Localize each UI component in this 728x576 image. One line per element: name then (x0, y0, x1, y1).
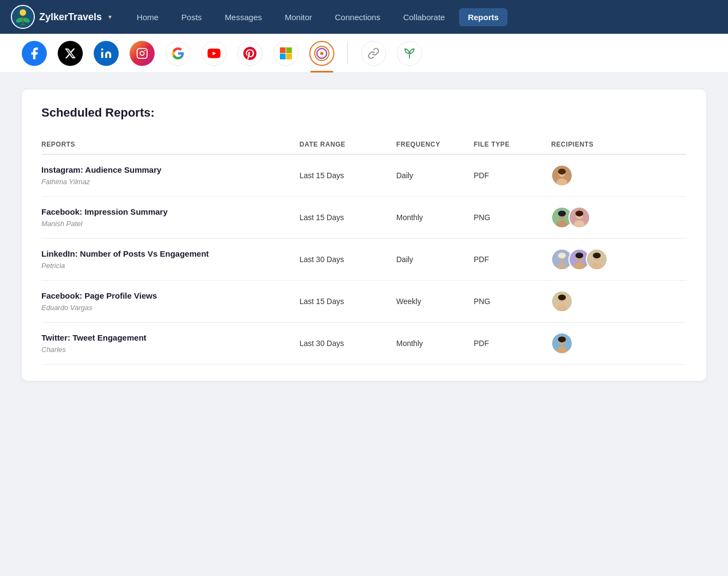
report-recipients (551, 154, 687, 197)
report-creator: Petricia (41, 262, 65, 270)
table-row: Facebook: Page Profile ViewsEduardo Varg… (41, 281, 687, 323)
nav-collaborate[interactable]: Collaborate (394, 8, 454, 26)
svg-point-5 (21, 24, 25, 26)
avatar (568, 207, 590, 228)
report-file-type: PDF (474, 323, 551, 365)
social-linkedin-icon[interactable] (94, 41, 119, 66)
svg-point-33 (558, 252, 566, 258)
col-header-recipients: RECIPIENTS (551, 135, 687, 154)
col-header-reports: REPORTS (41, 135, 299, 154)
svg-point-29 (576, 210, 583, 216)
svg-point-37 (576, 252, 583, 258)
report-date-range: Last 30 Days (299, 323, 396, 365)
avatar (586, 248, 608, 270)
col-header-frequency: FREQUENCY (396, 135, 474, 154)
report-date-range: Last 15 Days (299, 154, 396, 197)
link-icon[interactable] (361, 41, 386, 66)
report-name-cell: Facebook: Page Profile ViewsEduardo Varg… (41, 281, 299, 323)
report-creator: Charles (41, 345, 66, 354)
nav-home[interactable]: Home (128, 8, 167, 26)
report-date-range: Last 15 Days (299, 197, 396, 239)
svg-point-36 (574, 262, 585, 270)
svg-point-21 (558, 168, 566, 174)
svg-point-28 (574, 220, 585, 228)
table-row: Facebook: Impression SummaryManish Patel… (41, 197, 687, 239)
nav-monitor[interactable]: Monitor (276, 8, 321, 26)
svg-rect-12 (286, 47, 292, 53)
report-creator: Manish Patel (41, 220, 82, 228)
report-title: LinkedIn: Number of Posts Vs Engagement (41, 249, 299, 258)
avatar (551, 290, 573, 312)
col-header-file-type: FILE TYPE (474, 135, 551, 154)
report-recipients (551, 197, 687, 239)
reports-table: REPORTS DATE RANGE FREQUENCY FILE TYPE R… (41, 135, 687, 365)
nav-reports[interactable]: Reports (459, 8, 507, 26)
report-creator: Fathima Yilmaz (41, 178, 90, 186)
report-frequency: Weekly (396, 281, 474, 323)
report-file-type: PNG (474, 281, 551, 323)
report-recipients (551, 239, 687, 281)
svg-point-49 (558, 336, 566, 342)
brand[interactable]: ZylkerTravels ▾ (11, 5, 112, 29)
svg-point-44 (556, 304, 567, 312)
social-google-icon[interactable] (166, 41, 191, 66)
svg-rect-4 (22, 17, 23, 23)
svg-point-20 (556, 178, 567, 186)
report-name-cell: Facebook: Impression SummaryManish Patel (41, 197, 299, 239)
report-recipients (551, 323, 687, 365)
svg-point-17 (320, 52, 323, 55)
report-frequency: Monthly (396, 323, 474, 365)
report-file-type: PDF (474, 154, 551, 197)
brand-dropdown-arrow[interactable]: ▾ (108, 13, 112, 21)
page-title: Scheduled Reports: (41, 106, 687, 120)
brand-logo (11, 5, 35, 29)
social-twitter-icon[interactable] (58, 41, 83, 66)
report-creator: Eduardo Vargas (41, 304, 92, 312)
col-header-date-range: DATE RANGE (299, 135, 396, 154)
social-facebook-icon[interactable] (22, 41, 47, 66)
table-row: Instagram: Audience SummaryFathima Yilma… (41, 154, 687, 197)
svg-point-9 (144, 50, 145, 51)
svg-point-25 (558, 210, 566, 216)
table-row: Twitter: Tweet EngagementCharlesLast 30 … (41, 323, 687, 365)
svg-point-32 (556, 262, 567, 270)
nav-messages[interactable]: Messages (216, 8, 271, 26)
report-frequency: Daily (396, 154, 474, 197)
social-microsoft-icon[interactable] (273, 41, 298, 66)
svg-point-1 (20, 9, 26, 16)
svg-point-45 (558, 294, 566, 300)
avatar (551, 332, 573, 354)
report-frequency: Daily (396, 239, 474, 281)
report-title: Twitter: Tweet Engagement (41, 333, 299, 342)
social-bar (0, 34, 728, 73)
nav-links: Home Posts Messages Monitor Connections … (128, 8, 717, 26)
leaf-icon[interactable] (397, 41, 422, 66)
social-instagram-icon[interactable] (130, 41, 155, 66)
nav-connections[interactable]: Connections (326, 8, 389, 26)
svg-point-41 (593, 252, 601, 258)
svg-rect-11 (280, 47, 286, 53)
svg-point-40 (591, 262, 602, 270)
main-content: Scheduled Reports: REPORTS DATE RANGE FR… (0, 73, 728, 397)
social-pinterest-icon[interactable] (237, 41, 262, 66)
svg-rect-13 (280, 53, 286, 59)
report-name-cell: LinkedIn: Number of Posts Vs EngagementP… (41, 239, 299, 281)
report-name-cell: Instagram: Audience SummaryFathima Yilma… (41, 154, 299, 197)
svg-point-8 (140, 51, 144, 55)
report-title: Facebook: Page Profile Views (41, 291, 299, 300)
social-divider (347, 43, 348, 64)
report-recipients (551, 281, 687, 323)
report-title: Facebook: Impression Summary (41, 207, 299, 216)
social-zoho-icon[interactable] (309, 41, 334, 66)
report-title: Instagram: Audience Summary (41, 165, 299, 174)
report-name-cell: Twitter: Tweet EngagementCharles (41, 323, 299, 365)
report-date-range: Last 15 Days (299, 281, 396, 323)
social-youtube-icon[interactable] (201, 41, 227, 66)
svg-point-48 (556, 346, 567, 354)
reports-card: Scheduled Reports: REPORTS DATE RANGE FR… (22, 89, 706, 381)
report-file-type: PNG (474, 197, 551, 239)
avatar (551, 165, 573, 186)
nav-posts[interactable]: Posts (173, 8, 211, 26)
svg-rect-14 (286, 53, 292, 59)
report-file-type: PDF (474, 239, 551, 281)
